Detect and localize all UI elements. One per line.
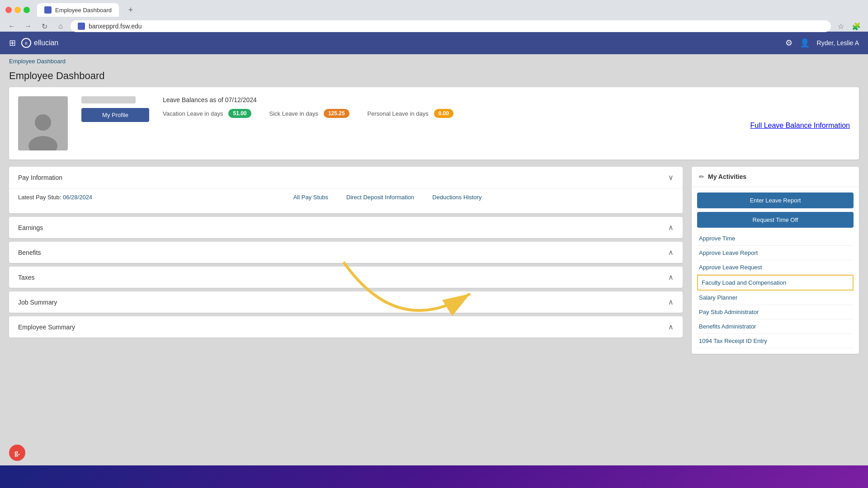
benefits-collapse-icon: ∧	[668, 248, 674, 257]
minimize-button[interactable]	[14, 7, 21, 13]
personal-badge: 0.00	[434, 109, 453, 118]
tab-title: Employee Dashboard	[55, 7, 112, 14]
deductions-link[interactable]: Deductions History	[432, 194, 481, 201]
earnings-section: Earnings ∧	[9, 217, 683, 238]
activities-title: My Activities	[708, 173, 746, 180]
taxes-section: Taxes ∧	[9, 267, 683, 288]
home-button[interactable]: ⌂	[54, 20, 67, 33]
back-button[interactable]: ←	[5, 20, 18, 33]
personal-leave-item: Personal Leave in days 0.00	[368, 109, 454, 118]
vacation-label: Vacation Leave in days	[163, 110, 223, 117]
job-summary-header[interactable]: Job Summary ∧	[9, 291, 683, 313]
close-button[interactable]	[5, 7, 12, 13]
latest-pay-stub-label: Latest Pay Stub: 06/28/2024	[18, 194, 92, 201]
earnings-title: Earnings	[18, 224, 43, 231]
salary-planner-link[interactable]: Salary Planner	[697, 291, 854, 305]
new-tab-button[interactable]: +	[124, 4, 137, 16]
user-name: Ryder, Leslie A	[817, 39, 859, 47]
sick-label: Sick Leave in days	[269, 110, 318, 117]
taxes-header[interactable]: Taxes ∧	[9, 267, 683, 288]
leave-balances: Leave Balances as of 07/12/2024 Vacation…	[163, 96, 850, 130]
window-controls	[5, 7, 30, 13]
profile-section: My Profile Leave Balances as of 07/12/20…	[9, 87, 859, 160]
taxes-title: Taxes	[18, 274, 35, 281]
page-title: Employee Dashboard	[0, 68, 868, 87]
header-left: ⊞ e ellucian	[9, 38, 58, 48]
benefits-admin-link[interactable]: Benefits Administrator	[697, 319, 854, 334]
pencil-icon: ✏	[699, 173, 704, 180]
leave-items: Vacation Leave in days 51.00 Sick Leave …	[163, 109, 850, 118]
app-name: ellucian	[34, 39, 58, 47]
profile-info: My Profile	[81, 96, 149, 122]
job-summary-collapse-icon: ∧	[668, 298, 674, 306]
grid-menu-icon[interactable]: ⊞	[9, 38, 16, 48]
benefits-header[interactable]: Benefits ∧	[9, 242, 683, 263]
pay-information-title: Pay Information	[18, 174, 62, 181]
personal-label: Personal Leave in days	[368, 110, 429, 117]
activities-header: ✏ My Activities	[692, 167, 859, 187]
employee-summary-collapse-icon: ∧	[668, 323, 674, 331]
vacation-leave-item: Vacation Leave in days 51.00	[163, 109, 251, 118]
employee-summary-title: Employee Summary	[18, 324, 75, 331]
breadcrumb-link[interactable]: Employee Dashboard	[9, 58, 66, 65]
grammarly-icon[interactable]: g.	[9, 445, 25, 461]
pay-information-header[interactable]: Pay Information ∨	[9, 167, 683, 188]
breadcrumb: Employee Dashboard	[0, 54, 868, 68]
taxes-collapse-icon: ∧	[668, 273, 674, 282]
employee-summary-header[interactable]: Employee Summary ∧	[9, 316, 683, 338]
footer-bar	[0, 465, 868, 488]
direct-deposit-link[interactable]: Direct Deposit Information	[346, 194, 414, 201]
all-pay-stubs-link[interactable]: All Pay Stubs	[293, 194, 328, 201]
request-time-off-button[interactable]: Request Time Off	[697, 212, 854, 228]
full-leave-balance-link[interactable]: Full Leave Balance Information	[750, 122, 850, 130]
tab-favicon	[44, 6, 52, 14]
pay-info-content: Latest Pay Stub: 06/28/2024 All Pay Stub…	[9, 188, 683, 213]
refresh-button[interactable]: ↻	[38, 20, 51, 33]
url-text: banxepprd.fsw.edu	[89, 23, 142, 30]
my-profile-button[interactable]: My Profile	[81, 108, 149, 122]
ellucian-circle-icon: e	[21, 38, 31, 48]
extensions-icon[interactable]: 🧩	[850, 20, 863, 33]
pay-info-collapse-icon: ∨	[668, 173, 674, 182]
job-summary-title: Job Summary	[18, 299, 57, 306]
pay-stub-date-link[interactable]: 06/28/2024	[63, 194, 92, 201]
settings-icon[interactable]: ⚙	[785, 38, 793, 48]
activities-panel: ✏ My Activities Enter Leave Report Reque…	[692, 167, 859, 354]
site-favicon	[78, 23, 85, 30]
avatar-silhouette-icon	[25, 110, 61, 150]
active-tab[interactable]: Employee Dashboard	[37, 3, 119, 17]
pay-stub-links: All Pay Stubs Direct Deposit Information…	[101, 194, 674, 201]
pay-stub-row: Latest Pay Stub: 06/28/2024 All Pay Stub…	[18, 188, 674, 206]
employee-summary-section: Employee Summary ∧	[9, 316, 683, 338]
svg-point-1	[28, 136, 57, 150]
earnings-header[interactable]: Earnings ∧	[9, 217, 683, 238]
name-placeholder	[81, 96, 136, 103]
approve-leave-report-link[interactable]: Approve Leave Report	[697, 246, 854, 260]
left-panel: Pay Information ∨ Latest Pay Stub: 06/28…	[9, 167, 683, 354]
content-area: Pay Information ∨ Latest Pay Stub: 06/28…	[9, 167, 859, 354]
sick-leave-item: Sick Leave in days 125.25	[269, 109, 349, 118]
benefits-title: Benefits	[18, 249, 41, 256]
right-panel: ✏ My Activities Enter Leave Report Reque…	[692, 167, 859, 354]
bookmark-icon[interactable]: ☆	[835, 20, 847, 33]
approve-time-link[interactable]: Approve Time	[697, 231, 854, 246]
full-leave-row: Full Leave Balance Information	[163, 122, 850, 130]
leave-balances-title: Leave Balances as of 07/12/2024	[163, 96, 850, 103]
pay-stub-admin-link[interactable]: Pay Stub Administrator	[697, 305, 854, 319]
job-summary-section: Job Summary ∧	[9, 291, 683, 313]
address-bar[interactable]: banxepprd.fsw.edu	[71, 20, 831, 32]
approve-leave-request-link[interactable]: Approve Leave Request	[697, 260, 854, 275]
earnings-collapse-icon: ∧	[668, 223, 674, 232]
forward-button[interactable]: →	[22, 20, 34, 33]
user-account-icon[interactable]: 👤	[800, 38, 810, 48]
svg-point-0	[35, 114, 51, 131]
enter-leave-report-button[interactable]: Enter Leave Report	[697, 192, 854, 208]
vacation-badge: 51.00	[228, 109, 251, 118]
ellucian-logo: e ellucian	[21, 38, 58, 48]
activities-body: Enter Leave Report Request Time Off Appr…	[692, 187, 859, 354]
pay-information-section: Pay Information ∨ Latest Pay Stub: 06/28…	[9, 167, 683, 213]
tax-receipt-link[interactable]: 1094 Tax Receipt ID Entry	[697, 334, 854, 348]
faculty-load-link[interactable]: Faculty Load and Compensation	[697, 275, 854, 291]
maximize-button[interactable]	[24, 7, 30, 13]
toolbar-actions: ☆ 🧩	[835, 20, 863, 33]
